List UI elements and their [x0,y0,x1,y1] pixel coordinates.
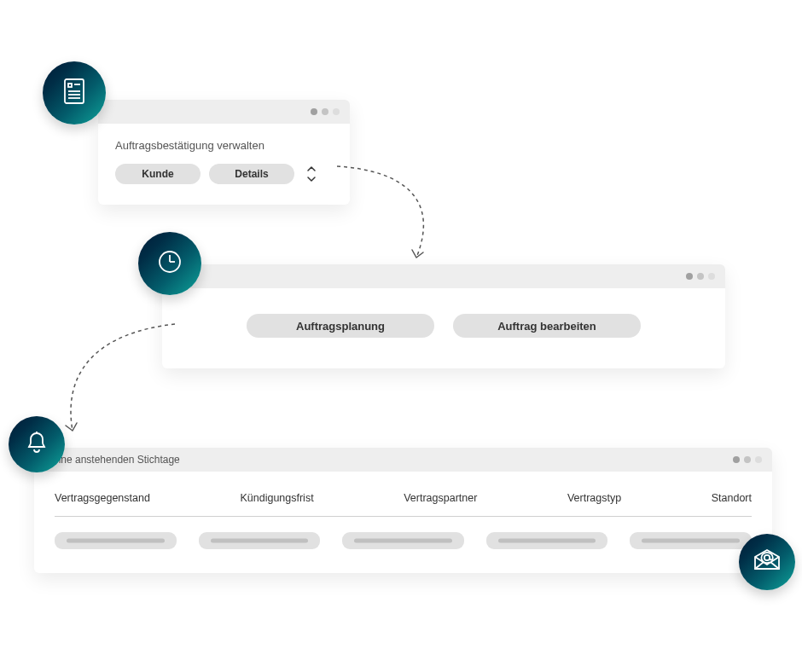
pill-customer[interactable]: Kunde [115,164,200,184]
chevron-down-icon[interactable] [306,175,317,183]
card1-titlebar [98,100,350,124]
card-deadlines: Meine anstehenden Stichtage Vertragsgege… [34,448,772,573]
chevron-up-icon[interactable] [306,165,317,173]
pill-planning[interactable]: Auftragsplanung [247,314,434,338]
mail-icon [753,548,782,576]
svg-point-10 [764,555,770,560]
placeholder-cell [342,532,464,549]
card3-titlebar: Meine anstehenden Stichtage [34,448,772,472]
svg-rect-1 [68,84,72,87]
bell-badge [9,416,65,472]
card1-subtitle: Auftragsbestätigung verwalten [115,139,333,152]
placeholder-cell [630,532,752,549]
window-dot [744,456,751,463]
window-dot [755,456,762,463]
col-notice: Kündigungsfrist [240,492,313,504]
window-dot [708,273,715,280]
col-type: Vertragstyp [567,492,621,504]
window-dot [311,108,317,115]
bell-icon [25,430,49,459]
window-dots [686,273,715,280]
pill-edit[interactable]: Auftrag bearbeiten [453,314,641,338]
document-badge [43,61,106,125]
placeholder-cell [486,532,608,549]
placeholder-cell [55,532,177,549]
window-dots [733,456,762,463]
col-subject: Vertragsgegenstand [55,492,150,504]
placeholder-cell [199,532,321,549]
card-order: Auftragsplanung Auftrag bearbeiten [162,264,725,368]
document-icon [61,77,87,109]
table-divider [55,516,752,517]
diagram-stage: Auftragsbestätigung verwalten Kunde Deta… [0,0,802,672]
window-dot [733,456,740,463]
pill-details[interactable]: Details [209,164,294,184]
card-confirmation: Auftragsbestätigung verwalten Kunde Deta… [98,100,350,205]
clock-badge [138,232,201,295]
card3-title: Meine anstehenden Stichtage [44,454,180,466]
clock-icon [156,248,183,279]
window-dot [697,273,704,280]
table-header: Vertragsgegenstand Kündigungsfrist Vertr… [55,485,752,513]
card2-titlebar [162,264,725,288]
window-dot [333,108,340,115]
table-row [55,532,752,549]
col-location: Standort [712,492,752,504]
window-dot [686,273,693,280]
window-dot [322,108,328,115]
card1-stepper[interactable] [306,165,317,183]
mail-badge [739,534,795,590]
window-dots [311,108,340,115]
col-partner: Vertragspartner [404,492,477,504]
